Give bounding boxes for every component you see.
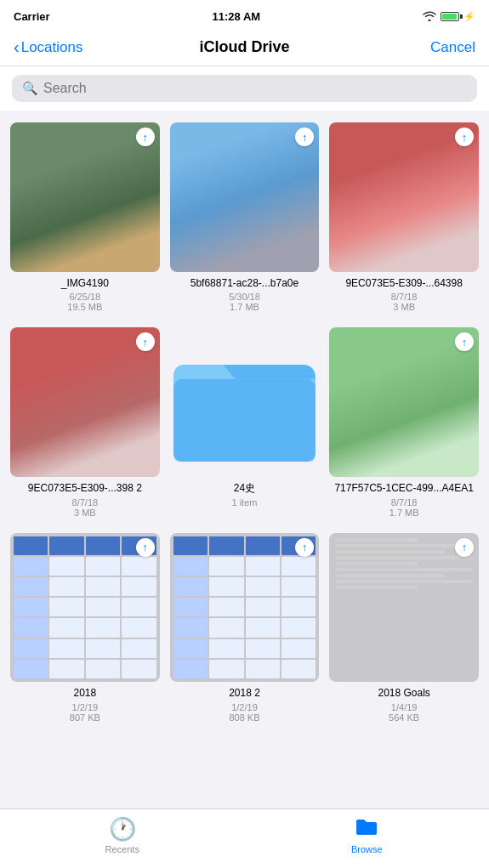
browse-icon xyxy=(355,816,378,842)
status-bar: Carrier 11:28 AM ⚡ xyxy=(0,0,489,31)
upload-badge-2018-2: ↑ xyxy=(295,538,314,557)
item-size-2018-2: 808 KB xyxy=(229,712,259,723)
upload-badge-img4190: ↑ xyxy=(136,128,155,146)
search-bar[interactable]: 🔍 xyxy=(12,75,477,102)
upload-arrow-icon-5bf68871: ↑ xyxy=(302,132,308,143)
search-icon: 🔍 xyxy=(22,81,38,96)
upload-arrow-icon-2018-2: ↑ xyxy=(302,542,308,553)
item-date-717f57c5: 8/7/18 xyxy=(391,497,418,508)
upload-arrow-icon-9ec073e5-2: ↑ xyxy=(142,337,148,348)
recents-icon: 🕐 xyxy=(109,816,136,842)
thumbnail-5bf68871: ↑ xyxy=(170,122,320,272)
tab-browse[interactable]: Browse xyxy=(245,816,490,854)
item-size-5bf68871: 1.7 MB xyxy=(230,302,259,312)
item-date-9ec073e5-1: 8/7/18 xyxy=(391,292,418,302)
item-size-717f57c5: 1.7 MB xyxy=(389,508,419,518)
carrier-label: Carrier xyxy=(14,10,50,23)
item-date-2018: 1/2/19 xyxy=(72,702,99,712)
grid-item-2018-2[interactable]: ↑ 2018 2 1/2/19 808 KB xyxy=(170,533,320,723)
upload-badge-2018goals: ↑ xyxy=(455,538,474,557)
thumbnail-2018: ↑ xyxy=(10,533,160,683)
item-name-9ec073e5-1: 9EC073E5-E309-...64398 xyxy=(345,277,462,291)
thumbnail-9ec073e5-1: ↑ xyxy=(329,122,479,272)
grid-item-717f57c5[interactable]: ↑ 717F57C5-1CEC-499...A4EA1 8/7/18 1.7 M… xyxy=(329,327,479,517)
item-name-5bf68871: 5bf68871-ac28-...b7a0e xyxy=(190,277,299,291)
item-size-2018goals: 564 KB xyxy=(389,712,419,723)
upload-arrow-icon-2018goals: ↑ xyxy=(462,542,468,553)
grid-item-9ec073e5-2[interactable]: ↑ 9EC073E5-E309-...398 2 8/7/18 3 MB xyxy=(10,327,160,517)
item-date-5bf68871: 5/30/18 xyxy=(229,292,260,302)
back-button[interactable]: ‹ Locations xyxy=(14,37,99,57)
status-icons: ⚡ xyxy=(423,11,475,22)
file-grid: ↑ _IMG4190 6/25/18 19.5 MB ↑ 5bf68871-ac… xyxy=(0,111,489,791)
wifi-icon xyxy=(423,11,436,21)
recents-label: Recents xyxy=(105,844,139,854)
item-size-img4190: 19.5 MB xyxy=(67,302,102,312)
charging-icon: ⚡ xyxy=(463,11,475,22)
grid-item-2018[interactable]: ↑ 2018 1/2/19 807 KB xyxy=(10,533,160,723)
upload-badge-9ec073e5-1: ↑ xyxy=(455,128,474,146)
item-name-2018goals: 2018 Goals xyxy=(378,687,429,701)
time-label: 11:28 AM xyxy=(213,10,261,23)
item-name-717f57c5: 717F57C5-1CEC-499...A4EA1 xyxy=(334,482,473,496)
svg-rect-1 xyxy=(173,378,316,461)
item-date-2018goals: 1/4/19 xyxy=(391,702,418,712)
item-size-9ec073e5-2: 3 MB xyxy=(74,508,96,518)
item-name-9ec073e5-2: 9EC073E5-E309-...398 2 xyxy=(28,482,142,496)
upload-badge-5bf68871: ↑ xyxy=(295,128,314,146)
page-title: iCloud Drive xyxy=(199,38,289,56)
upload-arrow-icon-717f57c5: ↑ xyxy=(462,337,468,348)
search-container: 🔍 xyxy=(0,66,489,111)
item-sub-24shi: 1 item xyxy=(232,497,258,508)
grid-item-5bf68871[interactable]: ↑ 5bf68871-ac28-...b7a0e 5/30/18 1.7 MB xyxy=(170,122,320,312)
grid-item-img4190[interactable]: ↑ _IMG4190 6/25/18 19.5 MB xyxy=(10,122,160,312)
grid-item-2018goals[interactable]: ↑ 2018 Goals 1/4/19 564 KB xyxy=(329,533,479,723)
thumbnail-2018goals: ↑ xyxy=(329,533,479,683)
item-name-2018-2: 2018 2 xyxy=(229,687,260,701)
cancel-button[interactable]: Cancel xyxy=(390,39,475,56)
item-name-24shi: 24史 xyxy=(234,482,255,496)
item-size-9ec073e5-1: 3 MB xyxy=(393,302,415,312)
battery-icon xyxy=(441,12,459,21)
tab-bar: 🕐 Recents Browse xyxy=(0,808,489,868)
item-date-9ec073e5-2: 8/7/18 xyxy=(72,497,99,508)
nav-bar: ‹ Locations iCloud Drive Cancel xyxy=(0,31,489,66)
upload-badge-9ec073e5-2: ↑ xyxy=(136,332,155,351)
folder-thumbnail-24shi xyxy=(170,327,320,477)
item-name-2018: 2018 xyxy=(73,687,96,701)
thumbnail-img4190: ↑ xyxy=(10,122,160,272)
grid-item-24shi[interactable]: 24史 1 item xyxy=(170,327,320,517)
upload-arrow-icon-img4190: ↑ xyxy=(142,132,148,143)
search-input[interactable] xyxy=(43,81,467,96)
tab-recents[interactable]: 🕐 Recents xyxy=(0,816,245,854)
upload-arrow-icon-9ec073e5-1: ↑ xyxy=(462,132,468,143)
back-arrow-icon: ‹ xyxy=(14,37,20,57)
upload-badge-2018: ↑ xyxy=(136,538,155,557)
browse-label: Browse xyxy=(351,844,383,854)
grid-item-9ec073e5-1[interactable]: ↑ 9EC073E5-E309-...64398 8/7/18 3 MB xyxy=(329,122,479,312)
item-date-2018-2: 1/2/19 xyxy=(231,702,258,712)
thumbnail-717f57c5: ↑ xyxy=(329,327,479,477)
item-date-img4190: 6/25/18 xyxy=(69,292,100,302)
back-label: Locations xyxy=(21,39,83,56)
thumbnail-9ec073e5-2: ↑ xyxy=(10,327,160,477)
item-size-2018: 807 KB xyxy=(70,712,100,723)
upload-arrow-icon-2018: ↑ xyxy=(142,542,148,553)
thumbnail-2018-2: ↑ xyxy=(170,533,320,683)
item-name-img4190: _IMG4190 xyxy=(61,277,109,291)
upload-badge-717f57c5: ↑ xyxy=(455,332,474,351)
